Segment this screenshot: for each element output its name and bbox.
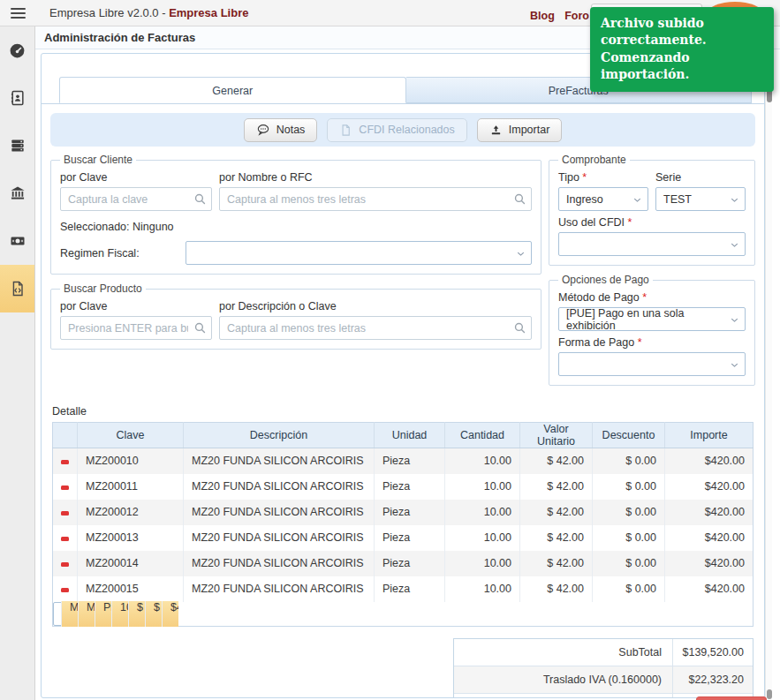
producto-descripcion-input[interactable] bbox=[219, 316, 532, 340]
toast-notification[interactable]: Archivo subido correctamente. Comenzando… bbox=[590, 7, 774, 92]
metodo-pago-select[interactable]: [PUE] Pago en una sola exhibición bbox=[558, 307, 746, 331]
column-header[interactable]: Clave bbox=[78, 423, 184, 448]
detalle-label: Detalle bbox=[52, 405, 753, 418]
content-panel: Generar PreFacturas Notas CFDI Relaciona… bbox=[41, 53, 765, 698]
cliente-nombre-input[interactable] bbox=[219, 187, 532, 211]
column-header[interactable]: Cantidad bbox=[445, 423, 520, 448]
buscar-producto-fieldset: Buscar Producto por Clave por Descripció… bbox=[50, 282, 541, 350]
chevron-down-icon bbox=[632, 194, 643, 206]
serie-select[interactable]: TEST bbox=[655, 187, 746, 211]
sidebar-item-clientes[interactable] bbox=[0, 74, 34, 122]
cell-importe: $420.00 bbox=[665, 551, 753, 576]
cell-descripcion: MZ20 FUNDA SILICON ARCOIRIS bbox=[184, 448, 375, 474]
chevron-down-icon bbox=[515, 248, 526, 260]
main-area: Administración de Facturas Generar PreFa… bbox=[35, 26, 780, 700]
cell-descripcion: MZ20 FUNDA SILICON ARCOIRIS bbox=[184, 474, 375, 500]
app-title: Empresa Libre v2.0.0 - Empresa Libre bbox=[49, 6, 248, 19]
column-header[interactable]: Importe bbox=[665, 423, 753, 448]
table-row[interactable]: MZ200011MZ20 FUNDA SILICON ARCOIRISPieza… bbox=[53, 474, 753, 500]
chevron-down-icon bbox=[729, 239, 740, 251]
uso-cfdi-select[interactable] bbox=[558, 232, 746, 256]
remove-row-cell[interactable] bbox=[53, 551, 78, 576]
offscreen-red-button[interactable] bbox=[696, 696, 767, 700]
remove-row-icon[interactable] bbox=[61, 588, 69, 592]
cell-descuento: $ 0.00 bbox=[146, 601, 163, 627]
dashboard-icon bbox=[8, 41, 27, 60]
totals-row: SubTotal$139,520.00 bbox=[454, 639, 753, 666]
remove-row-cell[interactable] bbox=[53, 448, 78, 474]
producto-clave-input[interactable] bbox=[60, 316, 212, 340]
table-row[interactable]: MZ200012MZ20 FUNDA SILICON ARCOIRISPieza… bbox=[53, 500, 753, 525]
importar-label: Importar bbox=[509, 124, 550, 136]
cell-clave: MZ200015 bbox=[78, 576, 184, 602]
hamburger-menu-icon[interactable] bbox=[0, 8, 35, 19]
chevron-down-icon bbox=[729, 314, 740, 326]
remove-row-icon[interactable] bbox=[61, 537, 69, 541]
uso-cfdi-label: Uso del CFDI * bbox=[558, 216, 746, 229]
column-header[interactable]: Descripción bbox=[184, 423, 375, 448]
sidebar-item-pagos[interactable] bbox=[0, 217, 34, 265]
cell-importe: $420.00 bbox=[665, 500, 753, 525]
sidebar-item-productos[interactable] bbox=[0, 122, 34, 169]
cell-cantidad: 10.00 bbox=[445, 525, 520, 551]
table-row[interactable]: MZ200010MZ20 FUNDA SILICON ARCOIRISPieza… bbox=[53, 448, 753, 474]
cell-unidad: Pieza bbox=[375, 500, 445, 525]
remove-row-icon[interactable] bbox=[61, 511, 69, 516]
totals-label: Traslado IVA (0.160000) bbox=[454, 666, 673, 693]
tipo-select[interactable]: Ingreso bbox=[558, 187, 648, 211]
invoice-form: Buscar Cliente por Clave por Nombre o RF… bbox=[50, 154, 755, 394]
buscar-cliente-legend: Buscar Cliente bbox=[60, 154, 136, 166]
buscar-cliente-fieldset: Buscar Cliente por Clave por Nombre o RF… bbox=[50, 154, 541, 275]
cell-importe: $420.00 bbox=[665, 576, 753, 602]
producto-clave-label: por Clave bbox=[60, 300, 212, 312]
remove-row-cell[interactable] bbox=[53, 576, 78, 602]
cell-cantidad: 10.00 bbox=[112, 601, 129, 627]
required-mark: * bbox=[582, 171, 587, 184]
cliente-clave-input[interactable] bbox=[60, 187, 212, 211]
remove-row-icon[interactable] bbox=[61, 562, 69, 567]
remove-row-cell[interactable] bbox=[53, 474, 78, 500]
file-code-icon bbox=[9, 280, 27, 297]
remove-row-icon[interactable] bbox=[61, 460, 69, 464]
notas-button[interactable]: Notas bbox=[244, 118, 318, 142]
totals-value: $139,520.00 bbox=[673, 646, 753, 659]
sidebar-item-facturas[interactable] bbox=[0, 265, 34, 312]
table-row[interactable]: MZ200013MZ20 FUNDA SILICON ARCOIRISPieza… bbox=[53, 525, 753, 551]
forma-pago-label: Forma de Pago * bbox=[558, 336, 746, 349]
importar-button[interactable]: Importar bbox=[477, 118, 563, 142]
scrollbar-thumb[interactable] bbox=[767, 689, 772, 699]
remove-row-cell[interactable] bbox=[53, 525, 78, 551]
totals-row: Traslado IVA (0.160000)$22,323.20 bbox=[454, 666, 753, 694]
column-header[interactable] bbox=[53, 423, 78, 448]
cell-cantidad: 10.00 bbox=[445, 551, 520, 576]
serie-label: Serie bbox=[655, 171, 746, 184]
nav-link-blog[interactable]: Blog bbox=[530, 10, 555, 22]
cfdi-relacionados-button[interactable]: CFDI Relacionados bbox=[327, 118, 466, 142]
table-row[interactable]: MZ200015MZ20 FUNDA SILICON ARCOIRISPieza… bbox=[53, 576, 753, 602]
sidebar bbox=[0, 26, 35, 700]
remove-row-icon[interactable] bbox=[61, 485, 69, 490]
cell-descuento: $ 0.00 bbox=[593, 500, 665, 525]
cell-unidad: Pieza bbox=[95, 601, 112, 627]
metodo-pago-value: [PUE] Pago en una sola exhibición bbox=[566, 307, 723, 332]
tipo-value: Ingreso bbox=[566, 193, 603, 206]
sidebar-item-bancos[interactable] bbox=[0, 169, 34, 217]
column-header[interactable]: Unidad bbox=[375, 423, 445, 448]
column-header[interactable]: Valor Unitario bbox=[520, 423, 593, 448]
cliente-seleccionado: Seleccionado: Ninguno bbox=[60, 221, 532, 233]
tab-generar[interactable]: Generar bbox=[59, 77, 406, 103]
scrollbar-track[interactable] bbox=[765, 49, 772, 700]
column-header[interactable]: Descuento bbox=[593, 423, 665, 448]
table-row[interactable]: MZ200016MZ20 FUNDA SILICON ARCOIRISPieza… bbox=[53, 602, 83, 626]
nav-link-foro[interactable]: Foro bbox=[564, 10, 589, 22]
document-icon bbox=[339, 124, 352, 137]
toolbar: Notas CFDI Relacionados Importar bbox=[50, 113, 755, 147]
regimen-fiscal-select[interactable] bbox=[186, 241, 532, 265]
cell-clave: MZ200013 bbox=[78, 525, 184, 551]
forma-pago-select[interactable] bbox=[558, 352, 746, 376]
remove-row-cell[interactable] bbox=[53, 500, 78, 525]
detalle-table: ClaveDescripciónUnidadCantidadValor Unit… bbox=[52, 422, 753, 627]
money-bill-icon bbox=[9, 232, 27, 250]
sidebar-item-dashboard[interactable] bbox=[0, 26, 34, 74]
table-row[interactable]: MZ200014MZ20 FUNDA SILICON ARCOIRISPieza… bbox=[53, 551, 753, 576]
